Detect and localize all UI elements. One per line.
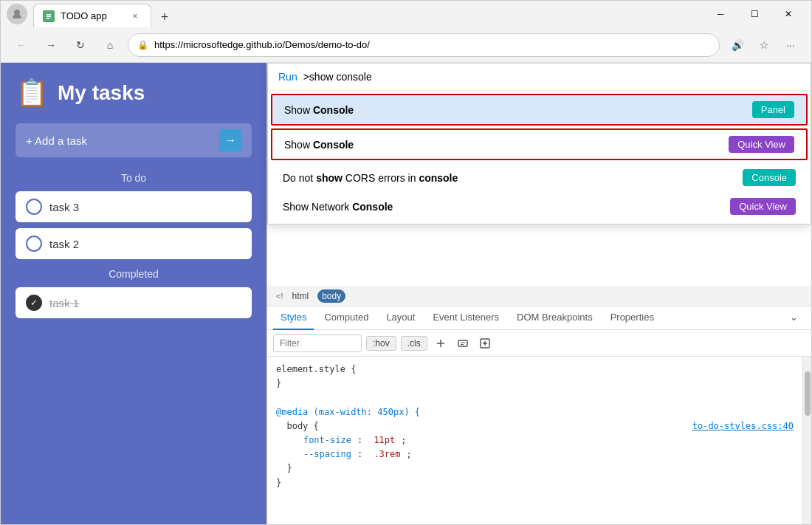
more-button[interactable]: ···: [779, 33, 802, 57]
new-style-rule-button[interactable]: [476, 334, 494, 352]
task-checkbox-1[interactable]: ✓: [26, 295, 42, 311]
code-line-7: }: [276, 461, 794, 476]
add-task-row[interactable]: + Add a task →: [16, 123, 252, 157]
task-text-1: task 1: [49, 297, 241, 309]
add-task-text: + Add a task: [26, 134, 212, 147]
task-text-3: task 3: [49, 201, 241, 213]
forward-button[interactable]: →: [39, 33, 63, 57]
minimize-button[interactable]: ─: [703, 1, 737, 27]
command-result-3-badge[interactable]: Console: [743, 169, 796, 186]
command-result-4-badge[interactable]: Quick View: [730, 198, 796, 215]
main-content: 📋 My tasks + Add a task → To do task 3 t…: [1, 63, 811, 524]
command-result-2-badge[interactable]: Quick View: [729, 136, 794, 153]
command-result-2[interactable]: Show Console Quick View: [271, 128, 808, 160]
active-tab[interactable]: TODO app ×: [33, 4, 151, 27]
task-item-3[interactable]: task 3: [16, 191, 252, 222]
back-button[interactable]: ←: [10, 33, 33, 57]
add-task-arrow[interactable]: →: [219, 129, 241, 151]
tab-properties[interactable]: Properties: [603, 306, 661, 330]
tab-bar: TODO app × +: [33, 1, 698, 27]
filter-row: :hov .cls: [267, 330, 811, 357]
command-result-3[interactable]: Do not show CORS errors in console Conso…: [268, 163, 811, 192]
address-bar: ← → ↻ ⌂ 🔒 https://microsoftedge.github.i…: [1, 27, 811, 63]
svg-rect-2: [47, 14, 51, 16]
scrollbar-thumb[interactable]: [805, 371, 811, 416]
lock-icon: 🔒: [137, 40, 148, 50]
code-line-1: element.style {: [276, 363, 794, 377]
user-avatar[interactable]: [7, 4, 27, 24]
tab-layout[interactable]: Layout: [379, 306, 422, 330]
code-line-empty: [276, 391, 794, 405]
tab-close-button[interactable]: ×: [128, 10, 142, 23]
stylesheet-link[interactable]: to-do-styles.css:40: [692, 419, 794, 433]
window-controls-left: [7, 4, 27, 24]
task-checkbox-3[interactable]: [26, 199, 42, 215]
svg-rect-4: [47, 18, 49, 19]
filter-hov-tag[interactable]: :hov: [366, 336, 396, 351]
code-line-4: body { to-do-styles.css:40: [276, 419, 794, 433]
bottom-panel: <! html body Styles Computed Layout Even…: [267, 286, 811, 524]
todo-app: 📋 My tasks + Add a task → To do task 3 t…: [1, 63, 266, 524]
window-close-button[interactable]: ✕: [771, 1, 805, 27]
code-line-3: @media (max-width: 450px) {: [276, 405, 794, 419]
tab-styles[interactable]: Styles: [273, 306, 314, 330]
code-line-5: font-size : 11pt ;: [276, 433, 794, 447]
maximize-button[interactable]: ☐: [737, 1, 771, 27]
address-input[interactable]: 🔒 https://microsoftedge.github.io/Demos/…: [128, 33, 720, 57]
filter-cls-tag[interactable]: .cls: [401, 336, 427, 351]
title-bar: TODO app × + ─ ☐ ✕: [1, 1, 811, 27]
command-result-1-badge[interactable]: Panel: [752, 101, 794, 118]
tab-event-listeners[interactable]: Event Listeners: [425, 306, 506, 330]
command-result-1-text: Show Console: [284, 104, 752, 116]
tab-favicon: [43, 10, 55, 22]
task-item-2[interactable]: task 2: [16, 228, 252, 259]
command-result-4-text: Show Network Console: [283, 201, 730, 213]
scrollbar-track[interactable]: [802, 357, 811, 524]
filter-input[interactable]: [273, 334, 362, 352]
element-state-button[interactable]: [454, 334, 472, 352]
todo-header: 📋 My tasks: [16, 78, 252, 109]
command-result-3-text: Do not show CORS errors in console: [283, 172, 743, 184]
code-area: element.style { } @media (max-width: 450…: [267, 357, 802, 524]
breadcrumb-html[interactable]: html: [287, 289, 313, 303]
tab-title: TODO app: [61, 10, 123, 21]
task-item-1[interactable]: ✓ task 1: [16, 287, 252, 318]
todo-title: My tasks: [58, 81, 145, 105]
code-line-8: }: [276, 476, 794, 490]
favorites-button[interactable]: ☆: [752, 33, 776, 57]
new-tab-button[interactable]: +: [154, 7, 175, 27]
todo-section-label: To do: [16, 172, 252, 184]
task-checkbox-2[interactable]: [26, 236, 42, 252]
code-scrollable: element.style { } @media (max-width: 450…: [267, 357, 811, 524]
svg-rect-3: [47, 16, 51, 17]
command-result-1[interactable]: Show Console Panel: [271, 94, 808, 126]
refresh-button[interactable]: ↻: [69, 33, 92, 57]
command-input[interactable]: [303, 71, 800, 83]
command-result-4[interactable]: Show Network Console Quick View: [268, 192, 811, 221]
url-text: https://microsoftedge.github.io/Demos/de…: [154, 39, 710, 50]
html-breadcrumb: <! html body: [267, 286, 811, 306]
home-button[interactable]: ⌂: [98, 33, 122, 57]
address-actions: 🔊 ☆ ···: [726, 33, 802, 57]
code-line-2: }: [276, 377, 794, 391]
devtools-panel: Elements ··· ? ✕: [266, 63, 811, 524]
completed-section-label: Completed: [16, 268, 252, 280]
command-result-2-text: Show Console: [284, 139, 729, 151]
tab-computed[interactable]: Computed: [317, 306, 376, 330]
tab-more[interactable]: ⌄: [782, 306, 805, 330]
code-line-6: --spacing : .3rem ;: [276, 447, 794, 461]
read-aloud-button[interactable]: 🔊: [726, 33, 749, 57]
panel-tabs: Styles Computed Layout Event Listeners D…: [267, 306, 811, 330]
command-palette: Run Show Console Panel Show Console Quic…: [267, 63, 811, 224]
task-text-2: task 2: [49, 238, 241, 250]
breadcrumb-body[interactable]: body: [317, 289, 345, 303]
run-label: Run: [278, 71, 297, 83]
svg-rect-13: [458, 340, 467, 346]
window-controls-right: ─ ☐ ✕: [703, 1, 805, 27]
todo-icon: 📋: [16, 78, 49, 109]
tab-dom-breakpoints[interactable]: DOM Breakpoints: [509, 306, 600, 330]
browser-window: TODO app × + ─ ☐ ✕ ← → ↻ ⌂ 🔒 https://mic…: [0, 0, 812, 525]
add-style-rule-button[interactable]: [432, 334, 450, 352]
command-search-bar: Run: [268, 64, 811, 91]
